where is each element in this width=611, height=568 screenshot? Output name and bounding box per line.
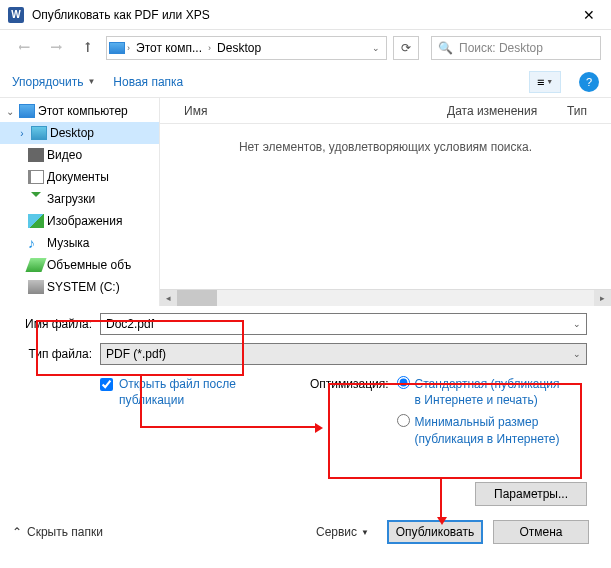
- scroll-right-button[interactable]: ▸: [594, 290, 611, 306]
- breadcrumb-folder[interactable]: Desktop: [213, 41, 265, 55]
- search-icon: 🔍: [438, 41, 453, 55]
- 3d-objects-icon: [25, 258, 46, 272]
- folder-tree[interactable]: ⌄ Этот компьютер › Desktop Видео Докумен…: [0, 98, 160, 306]
- chevron-down-icon[interactable]: ⌄: [573, 349, 581, 359]
- expand-icon[interactable]: ›: [16, 128, 28, 139]
- chevron-right-icon: ›: [127, 43, 130, 53]
- empty-message: Нет элементов, удовлетворяющих условиям …: [160, 124, 611, 289]
- pc-icon: [19, 104, 35, 118]
- chevron-down-icon[interactable]: ⌄: [372, 43, 380, 53]
- column-name[interactable]: Имя: [184, 104, 447, 118]
- organize-menu[interactable]: Упорядочить▼: [12, 75, 95, 89]
- optimize-minimal-label: Минимальный размер (публикация в Интерне…: [415, 414, 565, 446]
- column-date[interactable]: Дата изменения: [447, 104, 567, 118]
- chevron-right-icon: ›: [208, 43, 211, 53]
- search-placeholder: Поиск: Desktop: [459, 41, 543, 55]
- horizontal-scrollbar[interactable]: ◂ ▸: [160, 289, 611, 306]
- filename-label: Имя файла:: [24, 317, 100, 331]
- pc-icon: [109, 42, 125, 54]
- optimize-minimal-radio[interactable]: [397, 414, 410, 427]
- publish-button[interactable]: Опубликовать: [387, 520, 483, 544]
- open-after-checkbox[interactable]: [100, 378, 113, 391]
- parameters-button[interactable]: Параметры...: [475, 482, 587, 506]
- tree-documents[interactable]: Документы: [0, 166, 159, 188]
- drive-icon: [28, 280, 44, 294]
- word-app-icon: W: [8, 7, 24, 23]
- chevron-down-icon[interactable]: ⌄: [573, 319, 581, 329]
- refresh-button[interactable]: ⟳: [393, 36, 419, 60]
- tree-this-pc[interactable]: ⌄ Этот компьютер: [0, 100, 159, 122]
- pictures-icon: [28, 214, 44, 228]
- nav-forward-button[interactable]: 🠖: [42, 36, 70, 60]
- nav-back-button[interactable]: 🠔: [10, 36, 38, 60]
- details-view-icon: ≡: [537, 75, 543, 89]
- tree-3d[interactable]: Объемные объ: [0, 254, 159, 276]
- breadcrumb[interactable]: › Этот комп... › Desktop ⌄: [106, 36, 387, 60]
- downloads-icon: [28, 192, 44, 206]
- tree-desktop[interactable]: › Desktop: [0, 122, 159, 144]
- desktop-icon: [31, 126, 47, 140]
- window-title: Опубликовать как PDF или XPS: [32, 8, 566, 22]
- tools-menu[interactable]: Сервис ▼: [316, 525, 369, 539]
- filetype-combo[interactable]: PDF (*.pdf) ⌄: [100, 343, 587, 365]
- column-type[interactable]: Тип: [567, 104, 611, 118]
- chevron-up-icon: ⌃: [12, 525, 22, 539]
- help-button[interactable]: ?: [579, 72, 599, 92]
- hide-folders-toggle[interactable]: ⌃ Скрыть папки: [12, 525, 103, 539]
- view-mode-button[interactable]: ≡ ▼: [529, 71, 561, 93]
- search-input[interactable]: 🔍 Поиск: Desktop: [431, 36, 601, 60]
- optimize-label: Оптимизация:: [310, 376, 389, 482]
- collapse-icon[interactable]: ⌄: [4, 106, 16, 117]
- tree-music[interactable]: Музыка: [0, 232, 159, 254]
- scrollbar-thumb[interactable]: [177, 290, 217, 306]
- cancel-button[interactable]: Отмена: [493, 520, 589, 544]
- music-icon: [28, 236, 44, 250]
- tree-downloads[interactable]: Загрузки: [0, 188, 159, 210]
- nav-up-button[interactable]: 🠕: [74, 36, 102, 60]
- filetype-label: Тип файла:: [24, 347, 100, 361]
- scroll-left-button[interactable]: ◂: [160, 290, 177, 306]
- tree-pictures[interactable]: Изображения: [0, 210, 159, 232]
- filename-input[interactable]: Doc2.pdf ⌄: [100, 313, 587, 335]
- video-icon: [28, 148, 44, 162]
- breadcrumb-pc[interactable]: Этот комп...: [132, 41, 206, 55]
- tree-video[interactable]: Видео: [0, 144, 159, 166]
- documents-icon: [28, 170, 44, 184]
- close-button[interactable]: ✕: [566, 0, 611, 30]
- open-after-label: Открыть файл после публикации: [119, 376, 300, 408]
- new-folder-button[interactable]: Новая папка: [113, 75, 183, 89]
- optimize-standard-radio[interactable]: [397, 376, 410, 389]
- list-header[interactable]: Имя Дата изменения Тип: [160, 98, 611, 124]
- optimize-standard-label: Стандартная (публикация в Интернете и пе…: [415, 376, 565, 408]
- tree-system-c[interactable]: SYSTEM (C:): [0, 276, 159, 298]
